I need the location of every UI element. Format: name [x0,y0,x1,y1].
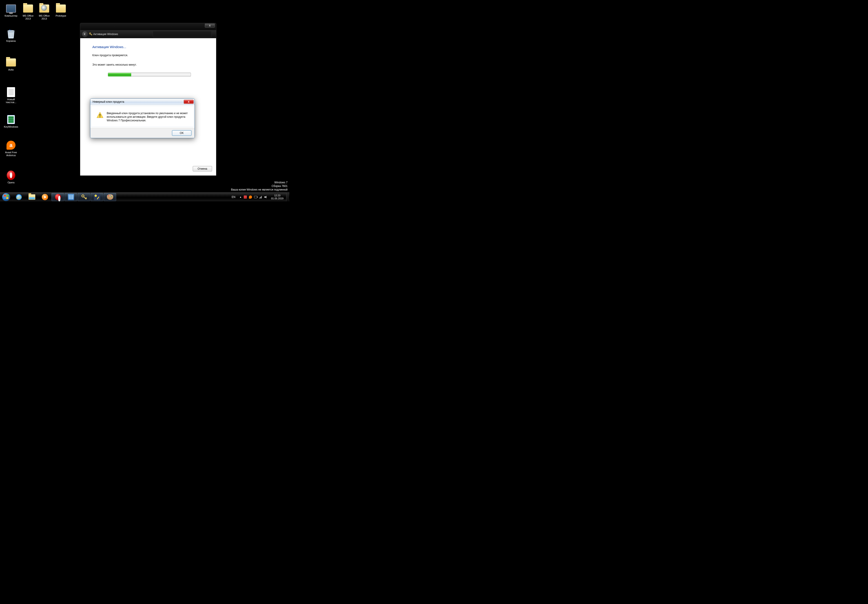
avast-tray-icon[interactable] [249,196,252,199]
desktop-icon-computer[interactable]: Компьютер [3,3,19,17]
svg-point-3 [99,116,101,117]
desktop-icon-prototype[interactable]: Prototype [53,3,69,17]
show-desktop-button[interactable] [286,193,289,202]
icon-label: MS Office 2013 [20,14,36,20]
taskbar-clock[interactable]: 12:23 01.05.2019 [269,194,285,200]
avast-icon [6,140,16,151]
taskbar-explorer[interactable] [25,193,38,201]
paint-icon [107,194,113,200]
activation-status-1: Ключ продукта проверяется. [92,54,206,57]
battery-icon[interactable] [254,196,257,198]
media-player-icon [42,194,48,200]
watermark-line: Windows 7 [231,181,288,184]
network-icon[interactable] [259,196,262,199]
error-dialog: Неверный ключ продукта X Введенный ключ … [90,98,195,138]
disc-folder-icon [39,3,50,14]
taskbar-opera[interactable] [51,193,64,201]
start-button[interactable] [0,193,12,202]
activation-heading: Активация Windows... [92,45,206,49]
icon-label: Компьютер [5,14,17,17]
dialog-ok-button[interactable]: OK [172,130,191,136]
warning-icon [96,112,104,119]
dialog-close-button[interactable]: X [184,100,194,104]
desktop-icon-avito[interactable]: Avito [3,57,19,71]
desktop-icon-opera[interactable]: Opera [3,170,19,184]
folder-icon [6,57,16,68]
volume-icon[interactable] [264,196,267,199]
activation-watermark: Windows 7 Сборка 7601 Ваша копия Windows… [231,181,288,191]
activation-nav: Активация Windows [80,30,216,38]
dialog-footer: OK [90,128,195,138]
icon-label: Prototype [56,14,66,17]
scroll-document-icon [6,114,16,125]
watermark-line: Сборка 7601 [231,184,288,188]
text-document-icon [6,87,16,98]
icon-label: MS Office 2013 [36,14,53,20]
taskbar: EN ▲ 12:23 01.05.2019 [0,193,289,201]
icon-label: Opera [8,181,15,184]
recycle-bin-icon [6,28,16,39]
clock-time: 12:23 [271,194,284,197]
taskbar-pinned [12,193,116,201]
key-icon [89,33,92,36]
desktop-icon-keywindows[interactable]: KeyWindows [3,114,19,128]
arrow-left-icon [84,33,86,36]
taskbar-activation[interactable] [78,193,90,201]
folder-icon [56,3,66,14]
activation-status-2: Это может занять несколько минут. [92,63,206,66]
opera-icon [6,170,16,181]
icon-label: Корзина [6,40,16,42]
produkey-icon [94,194,100,200]
progress-bar [108,73,191,77]
desktop-icon-msoffice-disc[interactable]: MS Office 2013 [36,3,53,20]
tray-icons: ▲ [238,196,268,199]
ie-icon [16,194,22,200]
taskbar-media-player[interactable] [38,193,51,201]
desktop-icon-msoffice-folder[interactable]: MS Office 2013 [20,3,36,20]
progress-fill [108,73,131,76]
desktop-icon-textfile[interactable]: Новый текстов... [3,87,19,104]
desktop-icon-avast[interactable]: Avast Free Antivirus [3,140,19,157]
file-explorer-icon [28,194,35,200]
action-center-icon[interactable] [244,196,247,199]
dialog-message: Введенный ключ продукта установлен по ум… [107,112,189,122]
activation-breadcrumb: Активация Windows [89,33,118,36]
show-hidden-icons[interactable]: ▲ [239,196,242,198]
dialog-body: Введенный ключ продукта установлен по ум… [91,106,194,127]
icon-label: KeyWindows [4,126,18,128]
activation-cancel-button[interactable]: Отмена [193,166,212,171]
desktop-icon-recycle-bin[interactable]: Корзина [3,28,19,42]
key-icon [81,194,87,200]
watermark-line: Ваша копия Windows не является подлинной [231,188,288,191]
icon-label: Avito [8,68,14,71]
folder-icon [23,3,34,14]
taskbar-produkey[interactable] [90,193,103,201]
svg-rect-2 [100,114,101,116]
taskbar-control-panel[interactable] [65,193,77,201]
taskbar-ie[interactable] [12,193,25,201]
system-tray: EN ▲ 12:23 01.05.2019 [230,193,289,201]
back-button[interactable] [82,31,88,37]
control-panel-icon [68,194,74,200]
clock-date: 01.05.2019 [271,197,284,200]
dialog-title-text: Неверный ключ продукта [93,100,124,103]
opera-icon [55,194,61,200]
language-indicator[interactable]: EN [230,196,237,199]
activation-close-button[interactable]: X [205,23,215,28]
dialog-titlebar[interactable]: Неверный ключ продукта X [90,99,195,105]
svg-point-4 [82,195,84,197]
windows-orb-icon [2,193,10,201]
icon-label: Avast Free Antivirus [3,151,19,157]
computer-icon [6,3,16,14]
taskbar-paint[interactable] [104,193,116,201]
activation-titlebar[interactable]: X [80,23,216,30]
icon-label: Новый текстов... [3,98,19,104]
